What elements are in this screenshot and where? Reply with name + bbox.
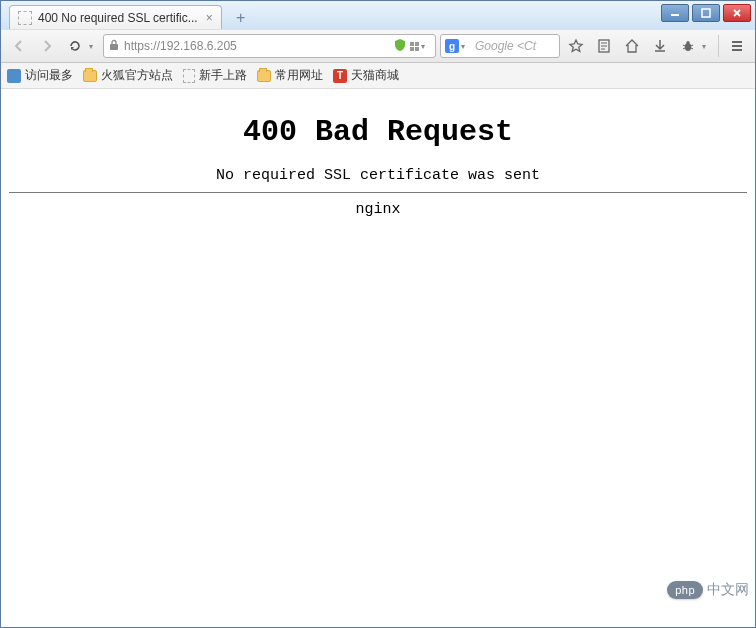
bookmarks-bar: 访问最多 火狐官方站点 新手上路 常用网址 T 天猫商城 bbox=[1, 63, 755, 89]
svg-point-10 bbox=[686, 41, 689, 44]
page-icon bbox=[183, 69, 195, 83]
history-caret-icon[interactable]: ▾ bbox=[89, 42, 99, 51]
site-identity-icon[interactable] bbox=[410, 42, 419, 51]
bookmark-label: 火狐官方站点 bbox=[101, 67, 173, 84]
addon-button[interactable] bbox=[676, 34, 700, 58]
download-icon bbox=[652, 38, 668, 54]
svg-line-13 bbox=[683, 48, 685, 49]
page-content: 400 Bad Request No required SSL certific… bbox=[1, 89, 755, 228]
bookmark-getting-started[interactable]: 新手上路 bbox=[183, 67, 247, 84]
folder-icon bbox=[257, 70, 271, 82]
tmall-icon: T bbox=[333, 69, 347, 83]
bookmark-star-button[interactable] bbox=[564, 34, 588, 58]
window-maximize-button[interactable] bbox=[692, 4, 720, 22]
url-caret-icon[interactable]: ▾ bbox=[421, 42, 431, 51]
bug-icon bbox=[680, 38, 696, 54]
minimize-icon bbox=[670, 8, 680, 18]
window-controls bbox=[661, 4, 751, 22]
error-title: 400 Bad Request bbox=[9, 115, 747, 149]
titlebar: 400 No required SSL certific... × + bbox=[1, 1, 755, 29]
url-text: https://192.168.6.205 bbox=[124, 39, 390, 53]
new-tab-button[interactable]: + bbox=[228, 7, 254, 29]
window-close-button[interactable] bbox=[723, 4, 751, 22]
bookmark-most-visited[interactable]: 访问最多 bbox=[7, 67, 73, 84]
nav-toolbar: ▾ https://192.168.6.205 ▾ g ▾ Google <Ct… bbox=[1, 29, 755, 63]
home-button[interactable] bbox=[620, 34, 644, 58]
addon-caret-icon[interactable]: ▾ bbox=[702, 42, 712, 51]
close-icon bbox=[732, 8, 742, 18]
menu-button[interactable] bbox=[725, 34, 749, 58]
search-provider-caret-icon[interactable]: ▾ bbox=[461, 42, 471, 51]
forward-button[interactable] bbox=[35, 34, 59, 58]
bookmark-label: 常用网址 bbox=[275, 67, 323, 84]
reload-button[interactable] bbox=[63, 34, 87, 58]
svg-rect-4 bbox=[110, 44, 118, 50]
folder-icon bbox=[83, 70, 97, 82]
toolbar-separator bbox=[718, 35, 719, 57]
back-icon bbox=[11, 38, 27, 54]
back-button[interactable] bbox=[7, 34, 31, 58]
reader-icon bbox=[596, 38, 612, 54]
downloads-button[interactable] bbox=[648, 34, 672, 58]
shield-icon[interactable] bbox=[394, 38, 406, 55]
menu-icon bbox=[729, 38, 745, 54]
bookmark-label: 新手上路 bbox=[199, 67, 247, 84]
watermark: php 中文网 bbox=[667, 581, 749, 599]
search-placeholder: Google <Ct bbox=[475, 39, 555, 53]
window-minimize-button[interactable] bbox=[661, 4, 689, 22]
tab-close-icon[interactable]: × bbox=[206, 11, 213, 25]
tab-favicon bbox=[18, 11, 32, 25]
svg-line-12 bbox=[691, 45, 693, 46]
bookmark-label: 天猫商城 bbox=[351, 67, 399, 84]
bookmark-label: 访问最多 bbox=[25, 67, 73, 84]
url-bar[interactable]: https://192.168.6.205 ▾ bbox=[103, 34, 436, 58]
browser-tab[interactable]: 400 No required SSL certific... × bbox=[9, 5, 222, 29]
watermark-text: 中文网 bbox=[707, 581, 749, 599]
maximize-icon bbox=[701, 8, 711, 18]
search-bar[interactable]: g ▾ Google <Ct bbox=[440, 34, 560, 58]
reload-icon bbox=[67, 38, 83, 54]
home-icon bbox=[624, 38, 640, 54]
svg-line-14 bbox=[691, 48, 693, 49]
svg-line-11 bbox=[683, 45, 685, 46]
error-server: nginx bbox=[9, 201, 747, 218]
bookmark-common-urls[interactable]: 常用网址 bbox=[257, 67, 323, 84]
error-subtitle: No required SSL certificate was sent bbox=[9, 167, 747, 184]
bookmark-tmall[interactable]: T 天猫商城 bbox=[333, 67, 399, 84]
most-visited-icon bbox=[7, 69, 21, 83]
reader-view-button[interactable] bbox=[592, 34, 616, 58]
svg-rect-1 bbox=[702, 9, 710, 17]
lock-icon bbox=[108, 39, 120, 54]
search-provider-icon[interactable]: g bbox=[445, 39, 459, 53]
tab-title: 400 No required SSL certific... bbox=[38, 11, 198, 25]
error-divider bbox=[9, 192, 747, 193]
svg-point-9 bbox=[685, 43, 691, 51]
watermark-badge: php bbox=[667, 581, 703, 599]
star-icon bbox=[568, 38, 584, 54]
bookmark-firefox-official[interactable]: 火狐官方站点 bbox=[83, 67, 173, 84]
forward-icon bbox=[39, 38, 55, 54]
